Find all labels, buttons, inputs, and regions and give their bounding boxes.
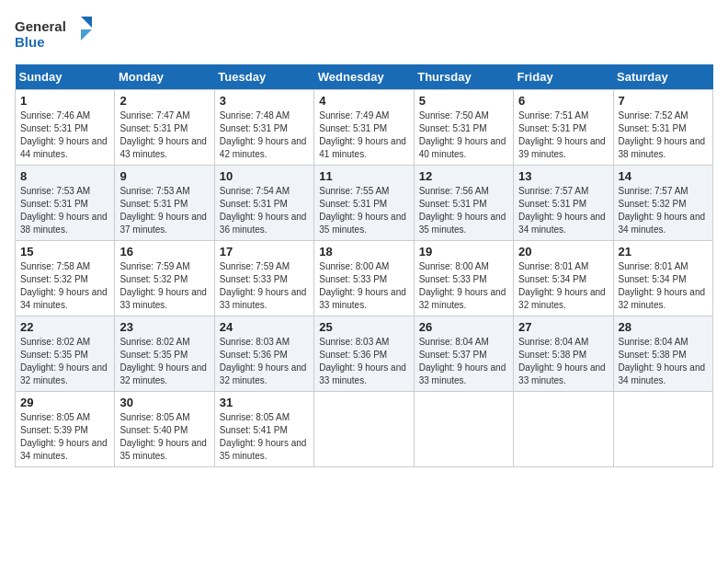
day-number: 25 — [319, 320, 408, 334]
day-info: Sunrise: 7:49 AMSunset: 5:31 PMDaylight:… — [319, 109, 408, 161]
day-info: Sunrise: 8:01 AMSunset: 5:34 PMDaylight:… — [518, 260, 608, 312]
day-info: Sunrise: 7:59 AMSunset: 5:32 PMDaylight:… — [119, 260, 209, 312]
svg-text:General: General — [15, 18, 66, 34]
calendar-cell: 6 Sunrise: 7:51 AMSunset: 5:31 PMDayligh… — [514, 90, 613, 166]
day-number: 30 — [119, 396, 209, 409]
day-info: Sunrise: 7:47 AMSunset: 5:31 PMDaylight:… — [119, 109, 209, 161]
day-info: Sunrise: 7:48 AMSunset: 5:31 PMDaylight:… — [220, 109, 309, 161]
logo: General Blue — [15, 15, 97, 53]
day-info: Sunrise: 8:04 AMSunset: 5:38 PMDaylight:… — [619, 336, 708, 387]
day-number: 9 — [119, 169, 209, 183]
calendar-table: SundayMondayTuesdayWednesdayThursdayFrid… — [15, 64, 713, 467]
weekday-header-monday: Monday — [115, 64, 214, 90]
day-number: 15 — [20, 245, 109, 259]
calendar-cell: 13 Sunrise: 7:57 AMSunset: 5:31 PMDaylig… — [514, 166, 613, 241]
day-number: 17 — [220, 245, 309, 259]
day-number: 22 — [20, 320, 109, 334]
calendar-cell: 29 Sunrise: 8:05 AMSunset: 5:39 PMDaylig… — [16, 392, 115, 467]
day-info: Sunrise: 7:46 AMSunset: 5:31 PMDaylight:… — [20, 109, 109, 161]
day-number: 14 — [619, 169, 708, 183]
calendar-cell: 20 Sunrise: 8:01 AMSunset: 5:34 PMDaylig… — [514, 241, 613, 316]
day-info: Sunrise: 8:03 AMSunset: 5:36 PMDaylight:… — [220, 336, 309, 387]
calendar-cell: 26 Sunrise: 8:04 AMSunset: 5:37 PMDaylig… — [414, 316, 513, 392]
calendar-cell: 8 Sunrise: 7:53 AMSunset: 5:31 PMDayligh… — [16, 166, 115, 241]
day-info: Sunrise: 7:53 AMSunset: 5:31 PMDaylight:… — [119, 185, 209, 236]
day-number: 29 — [20, 396, 109, 409]
day-number: 24 — [220, 320, 309, 334]
calendar-cell: 27 Sunrise: 8:04 AMSunset: 5:38 PMDaylig… — [514, 316, 613, 392]
day-number: 10 — [220, 169, 309, 183]
day-info: Sunrise: 8:03 AMSunset: 5:36 PMDaylight:… — [319, 336, 408, 387]
day-number: 3 — [220, 94, 309, 108]
calendar-cell: 24 Sunrise: 8:03 AMSunset: 5:36 PMDaylig… — [214, 316, 313, 392]
logo-svg: General Blue — [15, 15, 97, 53]
calendar-cell: 10 Sunrise: 7:54 AMSunset: 5:31 PMDaylig… — [214, 166, 313, 241]
day-number: 28 — [619, 320, 708, 334]
svg-marker-3 — [81, 29, 92, 40]
day-info: Sunrise: 7:50 AMSunset: 5:31 PMDaylight:… — [419, 109, 508, 161]
day-number: 5 — [419, 94, 508, 108]
day-info: Sunrise: 8:02 AMSunset: 5:35 PMDaylight:… — [20, 336, 109, 387]
day-info: Sunrise: 7:57 AMSunset: 5:31 PMDaylight:… — [518, 185, 608, 236]
day-info: Sunrise: 8:05 AMSunset: 5:40 PMDaylight:… — [119, 411, 209, 463]
calendar-cell: 19 Sunrise: 8:00 AMSunset: 5:33 PMDaylig… — [414, 241, 513, 316]
calendar-cell: 3 Sunrise: 7:48 AMSunset: 5:31 PMDayligh… — [214, 90, 313, 166]
day-info: Sunrise: 7:52 AMSunset: 5:31 PMDaylight:… — [619, 109, 708, 161]
day-number: 7 — [619, 94, 708, 108]
day-number: 19 — [419, 245, 508, 259]
day-number: 21 — [619, 245, 708, 259]
day-info: Sunrise: 8:05 AMSunset: 5:41 PMDaylight:… — [220, 411, 309, 463]
day-number: 13 — [518, 169, 608, 183]
day-number: 12 — [419, 169, 508, 183]
weekday-header-tuesday: Tuesday — [214, 64, 313, 90]
calendar-cell: 1 Sunrise: 7:46 AMSunset: 5:31 PMDayligh… — [16, 90, 115, 166]
weekday-header-friday: Friday — [514, 64, 613, 90]
day-info: Sunrise: 8:04 AMSunset: 5:37 PMDaylight:… — [419, 336, 508, 387]
calendar-cell: 14 Sunrise: 7:57 AMSunset: 5:32 PMDaylig… — [613, 166, 712, 241]
day-number: 8 — [20, 169, 109, 183]
calendar-cell: 23 Sunrise: 8:02 AMSunset: 5:35 PMDaylig… — [115, 316, 214, 392]
day-number: 31 — [220, 396, 309, 409]
day-info: Sunrise: 7:54 AMSunset: 5:31 PMDaylight:… — [220, 185, 309, 236]
day-info: Sunrise: 7:55 AMSunset: 5:31 PMDaylight:… — [319, 185, 408, 236]
calendar-cell: 18 Sunrise: 8:00 AMSunset: 5:33 PMDaylig… — [314, 241, 414, 316]
day-number: 16 — [119, 245, 209, 259]
calendar-cell: 30 Sunrise: 8:05 AMSunset: 5:40 PMDaylig… — [115, 392, 214, 467]
day-info: Sunrise: 7:56 AMSunset: 5:31 PMDaylight:… — [419, 185, 508, 236]
page-header: General Blue — [15, 15, 713, 53]
weekday-header-saturday: Saturday — [613, 64, 712, 90]
calendar-cell: 16 Sunrise: 7:59 AMSunset: 5:32 PMDaylig… — [115, 241, 214, 316]
calendar-cell — [514, 392, 613, 467]
day-number: 18 — [319, 245, 408, 259]
calendar-cell: 9 Sunrise: 7:53 AMSunset: 5:31 PMDayligh… — [115, 166, 214, 241]
day-info: Sunrise: 8:02 AMSunset: 5:35 PMDaylight:… — [119, 336, 209, 387]
day-info: Sunrise: 8:00 AMSunset: 5:33 PMDaylight:… — [419, 260, 508, 312]
calendar-cell: 17 Sunrise: 7:59 AMSunset: 5:33 PMDaylig… — [214, 241, 313, 316]
calendar-cell: 5 Sunrise: 7:50 AMSunset: 5:31 PMDayligh… — [414, 90, 513, 166]
day-info: Sunrise: 7:57 AMSunset: 5:32 PMDaylight:… — [619, 185, 708, 236]
day-info: Sunrise: 7:59 AMSunset: 5:33 PMDaylight:… — [220, 260, 309, 312]
day-info: Sunrise: 8:05 AMSunset: 5:39 PMDaylight:… — [20, 411, 109, 463]
calendar-cell: 21 Sunrise: 8:01 AMSunset: 5:34 PMDaylig… — [613, 241, 712, 316]
day-number: 20 — [518, 245, 608, 259]
day-info: Sunrise: 7:51 AMSunset: 5:31 PMDaylight:… — [518, 109, 608, 161]
weekday-header-thursday: Thursday — [414, 64, 513, 90]
calendar-cell: 12 Sunrise: 7:56 AMSunset: 5:31 PMDaylig… — [414, 166, 513, 241]
calendar-cell: 7 Sunrise: 7:52 AMSunset: 5:31 PMDayligh… — [613, 90, 712, 166]
calendar-cell: 11 Sunrise: 7:55 AMSunset: 5:31 PMDaylig… — [314, 166, 414, 241]
day-info: Sunrise: 7:53 AMSunset: 5:31 PMDaylight:… — [20, 185, 109, 236]
day-number: 4 — [319, 94, 408, 108]
day-number: 27 — [518, 320, 608, 334]
calendar-cell: 15 Sunrise: 7:58 AMSunset: 5:32 PMDaylig… — [16, 241, 115, 316]
calendar-cell: 22 Sunrise: 8:02 AMSunset: 5:35 PMDaylig… — [16, 316, 115, 392]
day-number: 23 — [119, 320, 209, 334]
day-number: 6 — [518, 94, 608, 108]
day-number: 1 — [20, 94, 109, 108]
calendar-cell: 31 Sunrise: 8:05 AMSunset: 5:41 PMDaylig… — [214, 392, 313, 467]
calendar-cell: 4 Sunrise: 7:49 AMSunset: 5:31 PMDayligh… — [314, 90, 414, 166]
calendar-cell: 25 Sunrise: 8:03 AMSunset: 5:36 PMDaylig… — [314, 316, 414, 392]
calendar-cell: 28 Sunrise: 8:04 AMSunset: 5:38 PMDaylig… — [613, 316, 712, 392]
calendar-cell — [414, 392, 513, 467]
calendar-cell: 2 Sunrise: 7:47 AMSunset: 5:31 PMDayligh… — [115, 90, 214, 166]
day-info: Sunrise: 7:58 AMSunset: 5:32 PMDaylight:… — [20, 260, 109, 312]
